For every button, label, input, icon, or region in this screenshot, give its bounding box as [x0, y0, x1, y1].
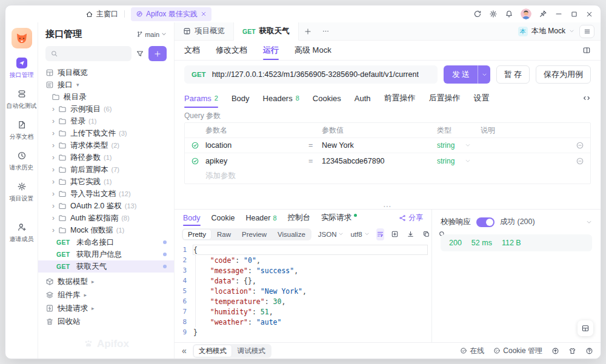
main-window-tab[interactable]: 主窗口	[85, 9, 118, 19]
chevron-down-icon[interactable]	[465, 158, 481, 164]
chevron-right-icon[interactable]: ›	[50, 130, 56, 137]
tree-folder[interactable]: ›OAuth 2.0 鉴权(13)	[38, 200, 174, 212]
send-dropdown-button[interactable]	[478, 65, 490, 84]
save-as-case-button[interactable]: 保存为用例	[536, 65, 591, 84]
param-enabled-checkbox[interactable]	[185, 157, 205, 165]
sidebar-item-api-root[interactable]: 接口 ▾	[38, 79, 174, 91]
request-tab-设置[interactable]: 设置	[474, 88, 490, 108]
param-name[interactable]: location	[205, 141, 308, 150]
tree-folder-root[interactable]: 根目录	[38, 91, 174, 103]
sync-icon[interactable]	[473, 10, 482, 18]
format-tab-visualize[interactable]: Visualize	[273, 230, 310, 239]
chevron-right-icon[interactable]: ›	[50, 142, 56, 149]
sidebar-item-quick[interactable]: 快捷请求▸	[38, 302, 174, 315]
doc-mode-button[interactable]: 文档模式	[194, 345, 231, 357]
tree-folder[interactable]: ›Mock 假数据(1)	[38, 224, 174, 236]
add-param-row[interactable]: 添加参数	[185, 168, 590, 184]
format-tab-pretty[interactable]: Pretty	[183, 230, 211, 239]
rail-item-sharedoc[interactable]: 分享文档	[7, 119, 37, 141]
param-enabled-checkbox[interactable]	[185, 141, 205, 150]
send-button[interactable]: 发送	[444, 65, 478, 84]
chevron-right-icon[interactable]: ›	[50, 214, 56, 222]
request-tab-后置操作[interactable]: 后置操作	[429, 88, 461, 108]
project-tab[interactable]: Apifox 最佳实践	[131, 7, 211, 21]
chevron-down-icon[interactable]	[465, 142, 481, 148]
param-type[interactable]: string	[437, 157, 465, 165]
filter-icon[interactable]	[136, 50, 144, 58]
theme-icon[interactable]	[568, 347, 576, 355]
tab-advanced-mock[interactable]: 高级 Mock	[295, 41, 331, 60]
panel-resize-handle[interactable]: ⋯	[383, 204, 392, 208]
sidebar-item-trash[interactable]: 回收站	[38, 315, 174, 328]
tab-edit-docs[interactable]: 修改文档	[216, 41, 247, 60]
code-icon[interactable]	[582, 94, 591, 102]
response-tab-header[interactable]: Header8	[245, 210, 276, 226]
sidebar-item-overview[interactable]: 项目概览	[38, 67, 174, 79]
response-tab-实际请求[interactable]: 实际请求	[321, 210, 357, 226]
language-select[interactable]: JSON	[318, 231, 344, 238]
rail-item-projset[interactable]: 项目设置	[7, 181, 37, 203]
response-tab-控制台[interactable]: 控制台	[288, 210, 311, 226]
tree-folder[interactable]: ›示例项目(6)	[38, 103, 174, 115]
debug-mode-button[interactable]: 调试模式	[233, 345, 270, 357]
word-wrap-button[interactable]	[376, 228, 384, 240]
request-tab-params[interactable]: Params2	[184, 88, 218, 108]
tree-endpoint-item[interactable]: GET未命名接口	[38, 236, 174, 248]
search-input[interactable]	[45, 46, 132, 61]
minimize-button[interactable]	[554, 10, 563, 18]
rail-item-test[interactable]: 自动化测试	[7, 88, 37, 110]
help-icon[interactable]	[585, 347, 593, 355]
tree-folder[interactable]: ›上传下载文件(3)	[38, 127, 174, 139]
upload-circle-icon[interactable]	[551, 347, 559, 355]
online-status[interactable]: 在线	[460, 346, 484, 356]
tree-folder[interactable]: ›Auth 鉴权指南(8)	[38, 212, 174, 224]
maximize-button[interactable]	[570, 10, 578, 18]
chevron-right-icon[interactable]: ›	[50, 117, 56, 125]
response-tab-body[interactable]: Body	[183, 210, 201, 226]
tree-folder[interactable]: ›其它实践(1)	[38, 176, 174, 188]
settings-gear-icon[interactable]	[489, 10, 498, 18]
new-tab-button[interactable]	[299, 22, 317, 40]
url-input[interactable]: GET http://127.0.0.1:4523/m1/3656905-328…	[184, 65, 438, 84]
chevron-right-icon[interactable]: ›	[50, 166, 56, 173]
chevron-right-icon[interactable]: ›	[50, 202, 56, 210]
param-value[interactable]: 12345abcde67890	[322, 157, 437, 165]
rail-item-invite[interactable]: 邀请成员	[7, 222, 37, 243]
layout-columns-icon[interactable]	[582, 46, 591, 55]
encoding-select[interactable]: utf8	[350, 231, 369, 238]
user-avatar[interactable]	[521, 8, 531, 19]
sidebar-item-layers[interactable]: 组件库▸	[38, 288, 174, 302]
request-tab-headers[interactable]: Headers8	[263, 88, 299, 108]
response-body-editor[interactable]: 1{2 "code": "0",3 "message": "success",4…	[175, 242, 431, 342]
cookie-manager[interactable]: Cookie 管理	[493, 346, 542, 356]
split-view-button[interactable]	[578, 320, 593, 336]
chevron-down-icon[interactable]	[586, 219, 592, 225]
rail-item-history[interactable]: 请求历史	[7, 150, 37, 172]
param-name[interactable]: apikey	[205, 157, 308, 165]
tree-folder[interactable]: ›前后置脚本(7)	[38, 164, 174, 176]
param-value[interactable]: New York	[322, 141, 437, 150]
sidebar-item-cube[interactable]: 数据模型▸	[38, 275, 174, 288]
param-type[interactable]: string	[437, 141, 465, 150]
chevron-right-icon[interactable]: ›	[50, 154, 56, 161]
apifox-logo[interactable]	[12, 28, 32, 48]
tab-get-weather[interactable]: GET 获取天气	[234, 22, 299, 41]
expand-icon[interactable]	[391, 230, 399, 238]
tab-run[interactable]: 运行	[263, 41, 279, 60]
download-icon[interactable]	[407, 230, 415, 238]
environment-selector[interactable]: 本 本地 Mock	[518, 26, 574, 36]
chevron-right-icon[interactable]: ›	[50, 105, 56, 113]
add-button[interactable]	[148, 46, 167, 61]
format-tab-preview[interactable]: Preview	[237, 230, 271, 239]
share-button[interactable]: 分享	[399, 213, 423, 223]
pin-icon[interactable]	[539, 10, 547, 18]
remove-param-button[interactable]	[570, 141, 590, 150]
tab-docs[interactable]: 文档	[184, 41, 200, 60]
chevron-right-icon[interactable]: ›	[50, 227, 56, 234]
tree-endpoint-selected[interactable]: GET获取天气	[38, 260, 174, 273]
tab-more-button[interactable]	[317, 22, 335, 40]
request-tab-auth[interactable]: Auth	[355, 88, 371, 108]
stash-button[interactable]: 暂存	[496, 65, 530, 84]
chevron-right-icon[interactable]: ›	[50, 178, 56, 185]
tree-folder[interactable]: ›登录(1)	[38, 115, 174, 127]
